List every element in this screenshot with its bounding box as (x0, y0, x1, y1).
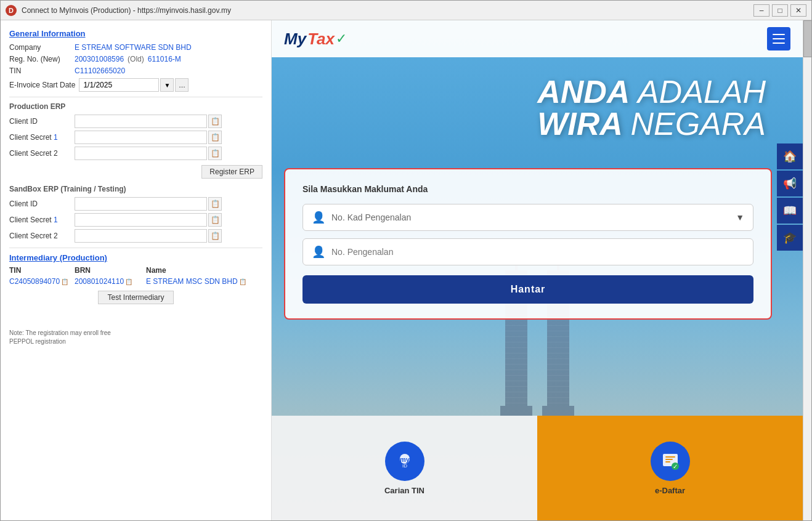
tin-value[interactable]: C11102665020 (75, 67, 125, 75)
hero-wira: WIRA (537, 106, 630, 142)
window-scrollbar[interactable] (803, 20, 811, 520)
intermediary-title: Intermediary (Production) (9, 253, 262, 262)
e-daftar-card[interactable]: ✓ e-Daftar (537, 416, 803, 520)
login-form-container: Sila Masukkan Maklumat Anda 👤 No. Kad Pe… (284, 168, 772, 320)
intermediary-tin-copy[interactable]: 📋 (61, 278, 68, 285)
prod-client-id-row: Client ID 📋 (9, 115, 262, 128)
sandbox-client-id-input[interactable] (75, 197, 207, 211)
reg-new-value[interactable]: 200301008596 (75, 55, 124, 63)
id-number-input-wrap[interactable]: 👤 (302, 238, 753, 265)
company-row: Company E STREAM SOFTWARE SDN BHD (9, 43, 262, 52)
hamburger-line-3 (773, 42, 785, 44)
svg-rect-4 (665, 456, 675, 458)
reg-old-value[interactable]: 611016-M (148, 55, 181, 63)
id-number-input[interactable] (331, 247, 744, 257)
sandbox-erp-section: SandBox ERP (Training / Testing) Client … (9, 185, 262, 243)
home-nav-button[interactable]: 🏠 (777, 143, 803, 169)
prod-client-id-wrap: 📋 (75, 115, 222, 128)
prod-client-id-input[interactable] (75, 115, 207, 128)
note-line2: PEPPOL registration (9, 337, 262, 346)
prod-secret2-copy-button[interactable]: 📋 (208, 147, 222, 160)
sandbox-client-id-copy-button[interactable]: 📋 (208, 197, 222, 211)
einvoice-date-row: E-Invoice Start Date ▼ … (9, 78, 262, 92)
carian-tin-card[interactable]: my ID Carian TIN (272, 416, 537, 520)
intermediary-name-value[interactable]: E STREAM MSC SDN BHD 📋 (146, 277, 246, 286)
sandbox-client-id-row: Client ID 📋 (9, 197, 262, 211)
hamburger-menu-button[interactable] (767, 27, 790, 50)
graduation-nav-button[interactable]: 🎓 (777, 225, 803, 251)
copy-icon: 📋 (211, 117, 220, 126)
intermediary-brn-copy[interactable]: 📋 (125, 278, 132, 285)
book-icon: 📖 (783, 204, 797, 217)
svg-text:my: my (400, 456, 410, 463)
test-intermediary-wrap: Test Intermediary (9, 291, 262, 304)
window-controls: – □ ✕ (753, 4, 806, 17)
copy-icon-4: 📋 (211, 200, 220, 208)
sandbox-client-secret1-input[interactable] (75, 213, 207, 227)
intermediary-brn-value[interactable]: 200801024110 📋 (75, 277, 142, 286)
test-intermediary-button[interactable]: Test Intermediary (98, 291, 173, 304)
reg-no-label: Reg. No. (New) (9, 55, 71, 63)
sandbox-secret1-copy-button[interactable]: 📋 (208, 213, 222, 227)
sandbox-client-secret1-label: Client Secret 1 (9, 216, 71, 224)
intermediary-tin-header: TIN (9, 266, 71, 275)
sandbox-client-id-wrap: 📋 (75, 197, 222, 211)
main-window: D Connect to MyInvois (Production) - htt… (0, 0, 812, 521)
app-icon: D (6, 5, 17, 16)
hantar-button[interactable]: Hantar (302, 275, 753, 304)
intermediary-tin-value[interactable]: C24050894070 📋 (9, 277, 71, 286)
register-btn-wrap: Register ERP (9, 165, 262, 179)
person-icon-2: 👤 (312, 245, 325, 259)
intermediary-brn-header: BRN (75, 266, 142, 275)
e-daftar-label: e-Daftar (655, 486, 685, 495)
sandbox-secret2-wrap: 📋 (75, 229, 222, 243)
alert-icon: 📢 (783, 177, 797, 190)
mytax-logo: My Tax ✓ (284, 30, 347, 49)
einvoice-date-label: E-Invoice Start Date (9, 81, 75, 89)
window-title: Connect to MyInvois (Production) - https… (22, 6, 753, 15)
svg-text:✓: ✓ (673, 463, 678, 470)
minimize-button[interactable]: – (753, 4, 769, 17)
reg-group: 200301008596 (Old) 611016-M (75, 55, 181, 63)
copy-icon-3: 📋 (211, 149, 220, 158)
sandbox-client-secret1-row: Client Secret 1 📋 (9, 213, 262, 227)
login-form-title: Sila Masukkan Maklumat Anda (302, 184, 753, 194)
prod-client-secret1-suffix: 1 (54, 133, 58, 142)
scrollbar-thumb[interactable] (803, 20, 811, 57)
person-icon-1: 👤 (312, 211, 325, 224)
maximize-button[interactable]: □ (772, 4, 788, 17)
date-dropdown-button[interactable]: ▼ (160, 78, 174, 92)
note-line1: Note: The registration may enroll free (9, 329, 262, 337)
prod-client-secret2-input[interactable] (75, 147, 207, 160)
content-area: General Information Company E STREAM SOF… (1, 20, 811, 520)
logo-check-icon: ✓ (336, 31, 347, 47)
prod-secret1-copy-button[interactable]: 📋 (208, 131, 222, 144)
intermediary-name-copy[interactable]: 📋 (239, 278, 246, 285)
prod-client-secret1-label: Client Secret 1 (9, 133, 71, 142)
book-nav-button[interactable]: 📖 (777, 198, 803, 224)
bottom-cards: my ID Carian TIN ✓ (272, 416, 803, 520)
hero-adalah: ADALAH (638, 74, 766, 110)
carian-tin-icon: my ID (385, 442, 424, 481)
sandbox-secret2-copy-button[interactable]: 📋 (208, 229, 222, 243)
sandbox-client-secret2-input[interactable] (75, 229, 207, 243)
prod-secret1-wrap: 📋 (75, 131, 222, 144)
reg-old-label: (Old) (128, 55, 144, 63)
logo-tax-text: Tax (307, 30, 335, 49)
svg-rect-5 (665, 459, 673, 460)
sandbox-client-secret1-suffix: 1 (54, 216, 58, 224)
svg-text:ID: ID (402, 463, 407, 469)
company-label: Company (9, 43, 71, 52)
prod-client-id-copy-button[interactable]: 📋 (208, 115, 222, 128)
alert-nav-button[interactable]: 📢 (777, 171, 803, 196)
general-info-title: General Information (9, 29, 262, 38)
hero-negara: NEGARA (630, 106, 766, 142)
register-erp-button[interactable]: Register ERP (201, 165, 262, 179)
svg-rect-6 (665, 461, 670, 462)
id-type-selector[interactable]: 👤 No. Kad Pengenalan ▼ (302, 204, 753, 231)
prod-client-secret1-input[interactable] (75, 131, 207, 144)
einvoice-date-input[interactable] (79, 78, 159, 92)
date-ellipsis-button[interactable]: … (175, 78, 189, 92)
close-button[interactable]: ✕ (790, 4, 806, 17)
company-value[interactable]: E STREAM SOFTWARE SDN BHD (75, 43, 192, 52)
